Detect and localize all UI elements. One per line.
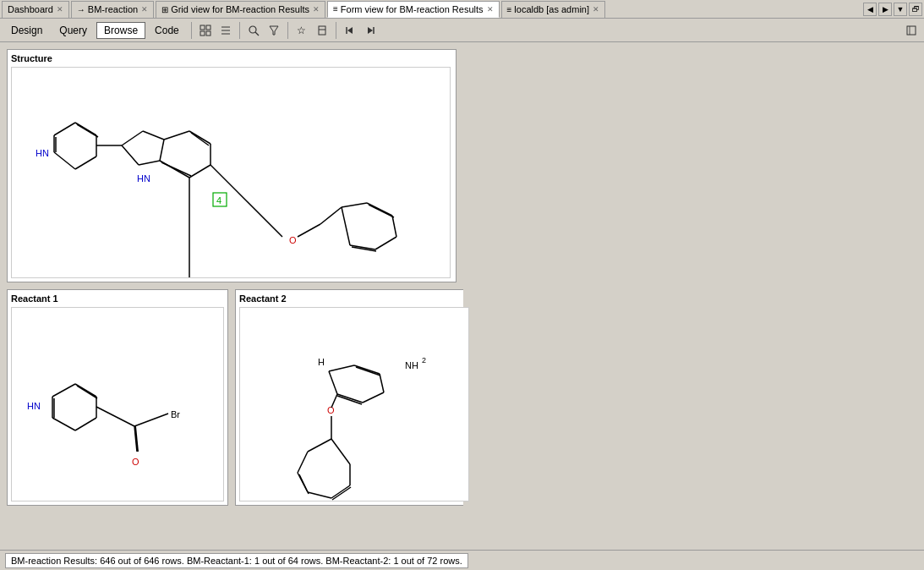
svg-line-60 — [52, 384, 75, 397]
toolbar-right-area — [902, 21, 921, 40]
query-button[interactable]: Query — [52, 22, 95, 39]
svg-point-7 — [249, 26, 256, 33]
svg-line-83 — [356, 367, 380, 375]
reactant1-panel: Reactant 1 HN — [7, 289, 228, 506]
structure-molecule-svg: HN — [12, 68, 451, 278]
svg-line-63 — [75, 418, 96, 430]
structure-panel: Structure HN — [7, 49, 457, 282]
svg-line-96 — [332, 487, 351, 500]
svg-line-20 — [54, 152, 75, 169]
svg-line-29 — [122, 131, 143, 145]
svg-text:O: O — [289, 235, 297, 245]
tab-bm-reaction-close[interactable]: ✕ — [141, 5, 148, 14]
svg-line-64 — [52, 418, 75, 430]
svg-rect-1 — [206, 25, 210, 30]
toolbar-sep-2 — [239, 22, 240, 39]
expand-icon-btn[interactable] — [902, 21, 921, 40]
svg-line-78 — [354, 365, 380, 374]
svg-text:O: O — [132, 457, 139, 467]
tab-localdb-close[interactable]: ✕ — [593, 5, 599, 14]
svg-text:HN: HN — [27, 401, 41, 411]
svg-rect-17 — [907, 26, 916, 35]
svg-line-84 — [337, 396, 362, 404]
svg-line-33 — [122, 145, 139, 165]
nav-first-icon — [344, 25, 356, 36]
status-text: BM-reaction Results: 646 out of 646 rows… — [5, 553, 468, 568]
nav-prev-btn[interactable]: ◀ — [863, 3, 877, 16]
svg-line-26 — [77, 124, 98, 137]
svg-line-88 — [308, 439, 331, 452]
svg-line-92 — [331, 485, 350, 498]
nav-next-btn[interactable]: ▶ — [878, 3, 892, 16]
svg-line-81 — [337, 394, 363, 403]
right-panel — [463, 42, 924, 550]
tab-form-view[interactable]: ≡ Form view for BM-reaction Results ✕ — [327, 1, 500, 18]
svg-text:HN: HN — [36, 148, 49, 158]
svg-line-48 — [342, 203, 367, 207]
tab-dashboard[interactable]: Dashboard ✕ — [2, 1, 69, 18]
list-icon-btn[interactable] — [216, 21, 235, 40]
design-button[interactable]: Design — [3, 22, 50, 39]
svg-line-79 — [380, 374, 384, 392]
grid-icon — [200, 25, 211, 36]
svg-line-82 — [329, 371, 337, 394]
toolbar-sep-3 — [287, 22, 288, 39]
nav-down-btn[interactable]: ▼ — [894, 3, 907, 16]
reactant2-molecule-svg: H NH 2 — [240, 308, 468, 501]
toolbar: Design Query Browse Code ☆ — [0, 19, 924, 42]
tab-form-view-close[interactable]: ✕ — [487, 5, 494, 14]
tab-grid-view-icon: ⊞ — [161, 5, 168, 14]
tab-localdb-label: localdb [as admin] — [514, 4, 589, 14]
svg-line-91 — [308, 492, 331, 498]
structure-title: Structure — [11, 53, 452, 63]
status-bar: BM-reaction Results: 646 out of 646 rows… — [0, 550, 924, 570]
svg-rect-10 — [319, 26, 325, 35]
bookmark-icon-btn[interactable] — [313, 21, 331, 40]
svg-text:O: O — [327, 405, 335, 415]
reactant2-canvas: H NH 2 — [239, 307, 469, 501]
reactant1-canvas: HN — [11, 307, 224, 501]
tab-dashboard-close[interactable]: ✕ — [57, 5, 63, 14]
nav-restore-btn[interactable]: 🗗 — [909, 3, 922, 16]
code-button[interactable]: Code — [147, 22, 187, 39]
svg-marker-15 — [368, 27, 373, 34]
svg-line-32 — [139, 161, 160, 165]
tab-bm-reaction[interactable]: → BM-reaction ✕ — [71, 1, 154, 18]
list-icon — [220, 25, 232, 36]
filter-icon — [268, 25, 280, 36]
search-icon-btn[interactable] — [244, 21, 263, 40]
browse-button[interactable]: Browse — [96, 22, 145, 39]
svg-rect-3 — [206, 31, 210, 36]
expand-icon — [905, 25, 917, 36]
tab-bm-reaction-icon: → — [77, 5, 85, 14]
svg-text:2: 2 — [422, 356, 426, 364]
tab-bm-reaction-label: BM-reaction — [88, 4, 138, 14]
svg-marker-9 — [270, 26, 278, 35]
svg-line-66 — [77, 386, 97, 398]
svg-line-47 — [320, 207, 342, 224]
svg-line-30 — [143, 131, 164, 140]
svg-line-40 — [191, 133, 209, 145]
svg-line-35 — [164, 131, 189, 140]
filter-icon-btn[interactable] — [265, 21, 283, 40]
svg-line-94 — [331, 439, 350, 464]
left-panel: Structure HN — [0, 42, 463, 550]
svg-line-95 — [299, 474, 309, 494]
reactant1-title: Reactant 1 — [11, 293, 224, 304]
svg-line-51 — [375, 237, 396, 249]
tab-grid-view[interactable]: ⊞ Grid view for BM-reaction Results ✕ — [156, 1, 325, 18]
tab-grid-view-label: Grid view for BM-reaction Results — [171, 4, 309, 14]
tab-localdb[interactable]: ≡ localdb [as admin] ✕ — [501, 1, 606, 18]
reactant2-title: Reactant 2 — [239, 293, 469, 304]
star-icon-btn[interactable]: ☆ — [293, 21, 311, 40]
nav-first-btn[interactable] — [341, 21, 359, 40]
svg-line-31 — [160, 140, 164, 161]
nav-last-btn[interactable] — [361, 21, 380, 40]
svg-text:HN: HN — [137, 173, 150, 184]
tab-grid-view-close[interactable]: ✕ — [313, 5, 320, 14]
svg-line-24 — [54, 123, 75, 135]
reactant1-molecule-svg: HN — [12, 308, 223, 501]
nav-arrows: ◀ ▶ ▼ 🗗 — [863, 3, 922, 16]
tab-form-view-icon: ≡ — [333, 4, 338, 14]
grid-icon-btn[interactable] — [196, 21, 215, 40]
